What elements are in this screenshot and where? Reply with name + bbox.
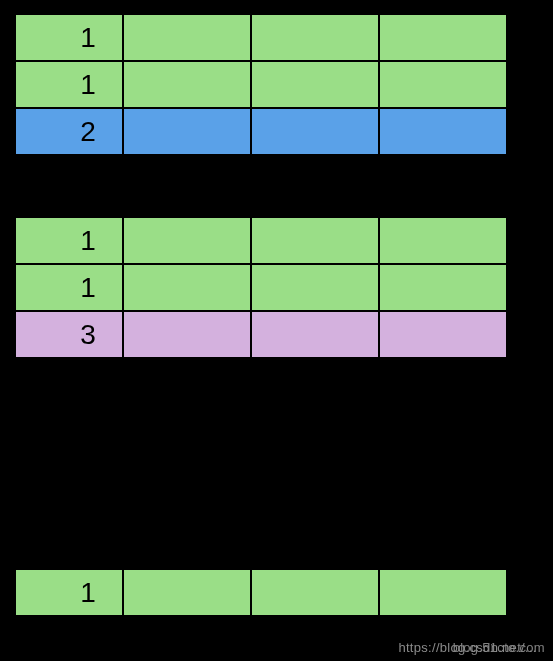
table-row: 1: [15, 61, 507, 108]
cell-empty: [123, 569, 251, 616]
cell-empty: [379, 108, 507, 155]
table-1: 1 1 2: [14, 13, 508, 156]
cell-empty: [123, 217, 251, 264]
cell-empty: [379, 569, 507, 616]
row-value: 3: [15, 311, 123, 358]
cell-empty: [251, 61, 379, 108]
row-value: 1: [15, 14, 123, 61]
cell-empty: [123, 108, 251, 155]
table-row: 1: [15, 14, 507, 61]
cell-empty: [251, 108, 379, 155]
table-row: 1: [15, 569, 507, 616]
row-value: 2: [15, 108, 123, 155]
cell-empty: [251, 217, 379, 264]
watermark-text-b: blog.51cto.com: [453, 640, 545, 655]
cell-empty: [251, 311, 379, 358]
diagram-canvas: { "tables": { "t1": { "top": 13, "left":…: [0, 0, 553, 661]
cell-empty: [123, 264, 251, 311]
cell-empty: [251, 569, 379, 616]
row-value: 1: [15, 217, 123, 264]
table-row: 2: [15, 108, 507, 155]
cell-empty: [379, 311, 507, 358]
table-row: 1: [15, 264, 507, 311]
watermark: https://blog.csdn.net/... blog.51cto.com: [398, 640, 545, 655]
cell-empty: [123, 61, 251, 108]
row-value: 1: [15, 61, 123, 108]
row-value: 1: [15, 264, 123, 311]
cell-empty: [379, 61, 507, 108]
cell-empty: [251, 264, 379, 311]
table-2: 1 1 3: [14, 216, 508, 359]
cell-empty: [123, 311, 251, 358]
table-3: 1: [14, 568, 508, 617]
table-row: 3: [15, 311, 507, 358]
cell-empty: [251, 14, 379, 61]
row-value: 1: [15, 569, 123, 616]
cell-empty: [379, 217, 507, 264]
table-row: 1: [15, 217, 507, 264]
cell-empty: [379, 14, 507, 61]
cell-empty: [123, 14, 251, 61]
cell-empty: [379, 264, 507, 311]
